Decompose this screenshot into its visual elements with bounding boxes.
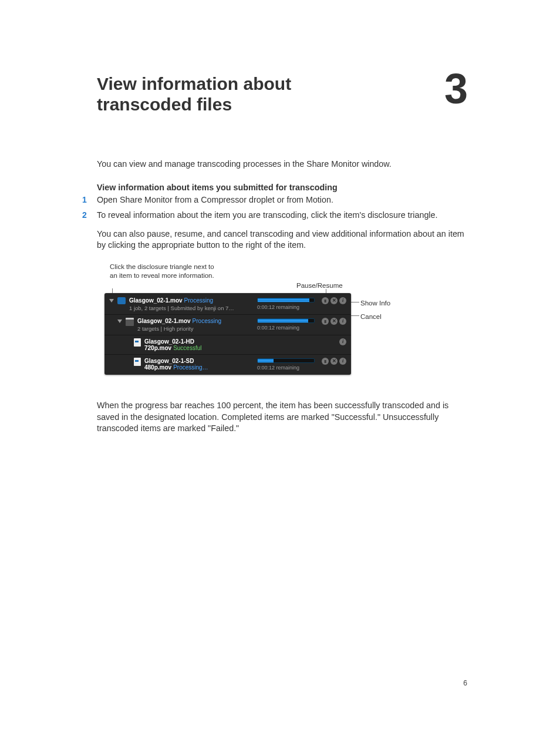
- chapter-title: View information about transcoded files: [97, 73, 355, 115]
- share-monitor-figure: Click the disclosure triangle next to an…: [97, 263, 467, 386]
- cancel-button[interactable]: [330, 358, 338, 365]
- callout-cancel: Cancel: [360, 312, 382, 321]
- progress-column: 0:00:12 remaining: [257, 358, 313, 371]
- content-column: View information about transcoded files …: [97, 73, 467, 434]
- cancel-button[interactable]: [330, 318, 338, 325]
- document-page: View information about transcoded files …: [0, 0, 560, 743]
- callout-show-info: Show Info: [360, 299, 390, 308]
- row-subtext: 2 targets | High priority: [137, 325, 251, 332]
- followup-paragraph: You can also pause, resume, and cancel t…: [97, 228, 467, 251]
- status-text: Processing: [193, 318, 221, 324]
- page-icon: [134, 338, 141, 347]
- folder-icon: [117, 297, 126, 304]
- status-text: Processing: [184, 297, 213, 304]
- callout-disclosure: Click the disclosure triangle next to an…: [110, 263, 215, 280]
- progress-column: 0:00:12 remaining: [257, 318, 313, 331]
- time-remaining: 0:00:12 remaining: [257, 365, 313, 371]
- filename: Glasgow_02-1.mov: [137, 318, 191, 324]
- clap-icon: [126, 318, 134, 326]
- disclosure-triangle-icon[interactable]: [117, 320, 122, 323]
- info-button[interactable]: [339, 318, 346, 325]
- steps-list: Open Share Monitor from a Compressor dro…: [97, 194, 467, 221]
- disclosure-triangle-icon[interactable]: [109, 299, 114, 302]
- progress-bar: [257, 358, 315, 363]
- after-figure-paragraph: When the progress bar reaches 100 percen…: [97, 400, 467, 434]
- chapter-heading-row: View information about transcoded files …: [97, 73, 467, 115]
- status-text: Processing…: [173, 364, 208, 371]
- pause-button[interactable]: [322, 358, 329, 365]
- intro-paragraph: You can view and manage transcoding proc…: [97, 159, 467, 170]
- transcode-row[interactable]: Glasgow_02-1-SD 480p.movProcessing…0:00:…: [104, 354, 351, 374]
- pause-button[interactable]: [322, 297, 329, 304]
- row-buttons: [317, 338, 346, 345]
- filename: Glasgow_02-1.mov: [129, 297, 183, 304]
- transcode-row[interactable]: Glasgow_02-1.movProcessing1 job, 2 targe…: [104, 294, 351, 314]
- cancel-button[interactable]: [330, 297, 338, 304]
- progress-column: 0:00:12 remaining: [257, 297, 313, 310]
- progress-bar: [257, 298, 315, 302]
- page-icon: [134, 358, 141, 366]
- row-buttons: [317, 297, 346, 304]
- info-button[interactable]: [339, 358, 346, 365]
- time-remaining: 0:00:12 remaining: [257, 325, 313, 331]
- row-subtext: 1 job, 2 targets | Submitted by kenji on…: [129, 305, 251, 311]
- row-buttons: [317, 318, 346, 325]
- row-label: Glasgow_02-1.movProcessing2 targets | Hi…: [137, 318, 254, 332]
- page-number: 6: [463, 679, 467, 687]
- transcode-row[interactable]: Glasgow_02-1.movProcessing2 targets | Hi…: [104, 314, 351, 335]
- section-title: View information about items you submitt…: [97, 183, 467, 192]
- transcode-row[interactable]: Glasgow_02-1-HD 720p.movSuccessful: [104, 335, 351, 354]
- status-text: Successful: [173, 345, 201, 351]
- chapter-number: 3: [444, 71, 467, 107]
- step-2: To reveal information about the item you…: [97, 210, 467, 221]
- step-1: Open Share Monitor from a Compressor dro…: [97, 194, 467, 206]
- row-buttons: [317, 358, 346, 365]
- info-button[interactable]: [339, 338, 346, 345]
- row-label: Glasgow_02-1.movProcessing1 job, 2 targe…: [129, 297, 254, 311]
- info-button[interactable]: [339, 297, 346, 304]
- progress-column: [257, 338, 313, 339]
- pause-button[interactable]: [322, 318, 329, 325]
- time-remaining: 0:00:12 remaining: [257, 304, 313, 310]
- progress-bar: [257, 318, 315, 323]
- row-label: Glasgow_02-1-SD 480p.movProcessing…: [144, 358, 254, 371]
- callout-pause-resume: Pause/Resume: [296, 281, 343, 290]
- share-monitor-panel: Glasgow_02-1.movProcessing1 job, 2 targe…: [104, 293, 351, 375]
- row-label: Glasgow_02-1-HD 720p.movSuccessful: [144, 338, 254, 351]
